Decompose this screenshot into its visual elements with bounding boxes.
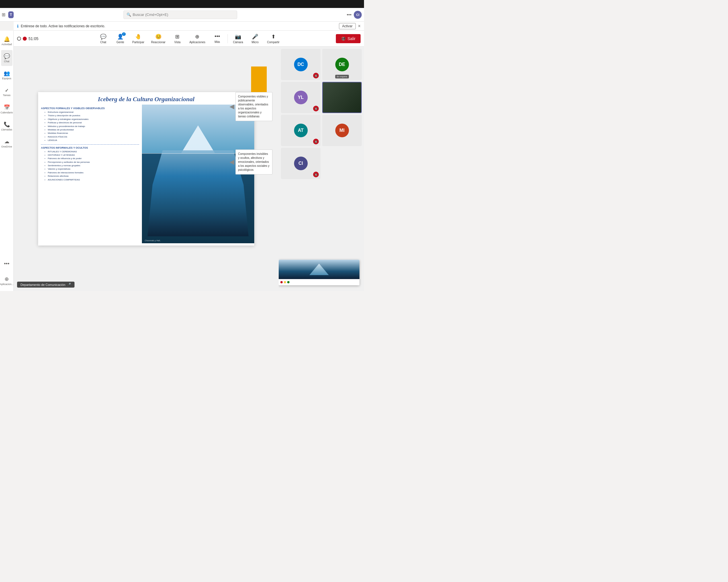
mas-toolbar-button[interactable]: ••• Más [209,32,225,45]
participant-tile-de: DE En espera [322,49,362,80]
participant-tile-mi: MI [322,115,362,146]
iceberg-upper-part [170,125,226,153]
participant-mic-at: 🔇 [313,139,319,144]
reaccionar-icon: 😊 [155,33,161,40]
department-label-bar: Departamento de Comunicación 🎤 [17,282,75,287]
waffle-menu-icon[interactable]: ⊞ [0,10,7,19]
thumbnail-bar [279,279,360,285]
toolbar-left: 51:05 [17,36,38,41]
slide-text-column: ASPECTOS FORMALES Y VISIBLES OBSERVABLES… [38,105,142,243]
micro-toolbar-button[interactable]: 🎤 Micro [247,32,263,45]
department-label-text: Departamento de Comunicación [21,283,66,286]
activate-notifications-button[interactable]: Activar [339,23,356,29]
mas-toolbar-label: Más [215,40,220,44]
participant-mic-yl: 🔇 [313,106,319,111]
search-icon: 🔍 [127,12,131,17]
vista-toolbar-button[interactable]: ⊞ Vista [170,32,185,45]
notification-text: Entérese de todo. Active las notificacio… [21,24,105,28]
gente-badge: 7 [122,32,126,36]
record-circle-icon [17,37,21,40]
llamadas-icon: 📞 [4,121,10,128]
sidebar-label-chat: Chat [4,60,9,63]
participant-avatar-at: AT [294,123,308,137]
participant-avatar-ci: CI [294,157,308,170]
slide-bullet-1-4: Métodos y procedimientos de trabajo [48,125,139,128]
user-avatar[interactable]: CI [354,11,362,19]
compartir-toolbar-button[interactable]: ⬆ Compartir [264,32,282,45]
thumbnail-iceberg [279,260,360,279]
thumbnail-iceberg-shape [303,264,335,275]
sidebar-item-calendario[interactable]: 📅 Calendario [1,101,12,117]
camera-toolbar-button[interactable]: 📷 Cámara [230,32,246,45]
mas-icon: ••• [215,33,220,39]
sidebar-item-actividad[interactable]: 🔔 Actividad [1,33,12,49]
sidebar-item-onedrive[interactable]: ☁ OneDrive [1,135,12,151]
search-input[interactable] [133,12,234,17]
participar-toolbar-label: Participar [132,40,144,44]
slide-info-overlay: ◀ Componentes visibles y públicamente ob… [230,66,272,174]
onedrive-icon: ☁ [4,138,9,145]
sidebar-item-equipos[interactable]: 👥 Equipos [1,67,12,83]
participar-toolbar-button[interactable]: 🤚 Participar [129,32,147,45]
gente-button-wrap: 👤 7 Gente [112,32,128,45]
more-options-icon[interactable]: ••• [347,12,352,17]
arrow-left-1-icon: ◀ [230,103,234,110]
tareas-icon: ✓ [5,88,8,93]
participants-panel: DC 🔇 DE En espera YL 🔇 AT 🔇 [279,47,364,291]
slide-bullet-1-0: Estructura organizacional [48,111,139,114]
search-bar[interactable]: 🔍 [124,10,237,19]
vista-toolbar-label: Vista [174,40,181,44]
close-notification-button[interactable]: × [358,24,361,28]
participant-mic-ci: 🔇 [313,172,319,177]
slide-bullet-1-8: LENGUA [48,139,139,142]
sidebar-item-apps[interactable]: ⊕ Aplicacion... [1,273,12,289]
participant-avatar-yl: YL [294,91,308,104]
camera-icon: 📷 [235,33,241,40]
participant-tile-dc: DC 🔇 [281,49,320,80]
chat-toolbar-icon: 💬 [100,33,106,40]
leave-label: Salir [347,36,356,41]
participant-avatar-dc: DC [294,58,308,71]
recording-indicator: 51:05 [17,36,38,41]
window-titlebar [0,0,364,8]
gente-toolbar-button[interactable]: 👤 7 Gente [112,32,128,45]
sidebar-item-chat[interactable]: 💬 Chat [1,50,12,66]
participant-tile-yl: YL 🔇 [281,82,320,113]
sidebar-item-tareas[interactable]: ✓ Tareas [1,84,12,100]
sidebar-item-more[interactable]: ••• [1,256,12,272]
chat-sidebar-icon: 💬 [4,53,10,59]
gente-icon: 👤 7 [117,33,124,40]
participant-mic-dc: 🔇 [313,73,319,78]
participant-tile-video [322,82,362,113]
sidebar-item-llamadas[interactable]: 📞 Llamadas [1,118,12,134]
actividad-icon: 🔔 [4,36,10,43]
phone-hangup-icon: 📵 [341,36,346,41]
equipos-icon: 👥 [4,70,10,77]
infobox2-container: ◀ Componentes invisibles y ocultos, afec… [230,149,272,174]
slide-bullet-1-5: Medidas de productividad [48,129,139,131]
sidebar-label-calendario: Calendario [1,111,13,114]
slide-bullet-2-4: Sentimientos y normas grupales [48,164,139,167]
slide-bullet-2-8: ASUNCIONES COMPARTIDAS [48,178,139,181]
chat-toolbar-button[interactable]: 💬 Chat [95,32,111,45]
thumbnail-area [281,261,362,289]
micro-icon: 🎤 [252,33,258,40]
micro-toolbar-label: Micro [252,40,259,44]
reaccionar-toolbar-button[interactable]: 😊 Reaccionar [148,32,168,45]
slide-bullet-1-2: Objetivos y estrategias organizacionales [48,118,139,121]
thumbnail-close-dot [280,281,283,283]
teams-logo-area: ⊞ T [0,8,14,22]
slide-bullet-2-6: Patrones de interacciones formales [48,171,139,174]
reaccionar-toolbar-label: Reaccionar [151,40,165,44]
sidebar-label-onedrive: OneDrive [1,145,12,148]
toolbar-right: 📵 Salir [336,34,361,43]
leave-call-button[interactable]: 📵 Salir [336,34,361,43]
thumbnail-preview[interactable] [279,260,360,285]
info-icon: ℹ [17,24,19,28]
toolbar-center: 💬 Chat 👤 7 Gente 🤚 Participar 😊 Reaccion… [95,32,282,45]
slide-bullet-2-5: Valores y expectativas [48,168,139,170]
aplicaciones-toolbar-button[interactable]: ⊕ Aplicaciones [186,32,208,45]
calendario-icon: 📅 [4,104,10,111]
toolbar-divider [228,34,228,43]
slide-section2-label: ASPECTOS INFORMALES Y OCULTOS [41,146,139,149]
